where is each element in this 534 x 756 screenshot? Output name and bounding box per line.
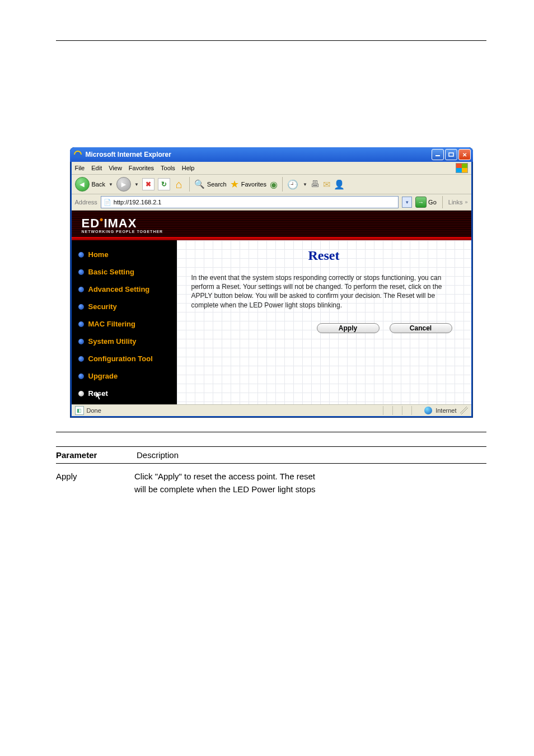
favorites-button[interactable]: ★ Favorites — [230, 178, 266, 190]
print-button[interactable]: 🖶 — [311, 179, 320, 189]
menu-favorites[interactable]: Favorites — [129, 165, 154, 171]
cell-parameter: Apply — [56, 470, 129, 496]
sidebar-item-label: Basic Setting — [88, 268, 134, 276]
media-button[interactable]: ◉ — [270, 179, 278, 190]
sidebar-item-label: MAC Filtering — [88, 320, 136, 328]
page-icon: 📄 — [104, 199, 111, 206]
status-text: Done — [87, 407, 101, 414]
ie-icon — [73, 150, 82, 159]
refresh-button[interactable]: ↻ — [158, 178, 170, 190]
close-button[interactable]: ✕ — [458, 149, 471, 160]
page-icon: ◧ — [75, 406, 84, 415]
chevron-down-icon: ▼ — [134, 182, 139, 187]
sidebar-item-configuration-tool[interactable]: Configuration Tool — [72, 350, 177, 367]
menu-bar: File Edit View Favorites Tools Help — [72, 162, 471, 175]
sidebar-nav: Home Basic Setting Advanced Setting Secu… — [72, 240, 177, 404]
search-button[interactable]: 🔍 Search — [194, 179, 227, 189]
window-title: Microsoft Internet Explorer — [86, 151, 171, 158]
apply-button[interactable]: Apply — [317, 323, 380, 333]
address-dropdown[interactable]: ▾ — [402, 197, 412, 208]
table-row: Apply Click "Apply" to reset the access … — [56, 467, 486, 499]
home-button[interactable]: ⌂ — [174, 179, 185, 190]
brand-header: ED•IMAX NETWORKING PEOPLE TOGETHER — [72, 211, 471, 237]
svg-rect-2 — [449, 153, 453, 156]
links-label: Links — [448, 199, 463, 206]
maximize-button[interactable] — [445, 149, 457, 160]
mail-button[interactable]: ✉ — [323, 179, 330, 190]
address-input[interactable]: 📄 http://192.168.2.1 — [101, 196, 399, 208]
search-label: Search — [207, 181, 227, 188]
main-panel: Reset In the event that the system stops… — [177, 240, 471, 404]
chevron-down-icon: ▼ — [109, 182, 113, 187]
col-description: Description — [131, 447, 486, 463]
table-header-row: Parameter Description — [56, 446, 486, 464]
menu-view[interactable]: View — [109, 165, 122, 171]
windows-flag-icon — [456, 163, 468, 173]
sidebar-item-system-utility[interactable]: System Utility — [72, 333, 177, 350]
page-content: ED•IMAX NETWORKING PEOPLE TOGETHER Home … — [72, 211, 471, 404]
stop-button[interactable]: ✖ — [142, 178, 154, 190]
back-button[interactable]: ◄ Back ▼ — [75, 177, 113, 192]
forward-icon: ► — [116, 177, 131, 192]
sidebar-item-label: Reset — [88, 389, 108, 398]
security-zone: Internet — [435, 407, 456, 414]
sidebar-item-upgrade[interactable]: Upgrade — [72, 367, 177, 385]
status-bar: ◧ Done Internet — [72, 404, 471, 416]
bullet-icon — [78, 356, 84, 362]
bullet-icon — [78, 339, 84, 344]
bullet-icon — [78, 374, 84, 379]
back-label: Back — [92, 181, 105, 188]
search-icon: 🔍 — [194, 179, 205, 189]
toolbar: ◄ Back ▼ ► ▼ ✖ ↻ ⌂ 🔍 Search ★ Fa — [72, 175, 471, 194]
sidebar-item-label: Home — [88, 250, 109, 259]
go-icon: → — [415, 197, 427, 208]
menu-edit[interactable]: Edit — [91, 165, 102, 171]
sidebar-item-label: Security — [88, 302, 117, 311]
bullet-icon — [78, 269, 84, 275]
sidebar-item-advanced-setting[interactable]: Advanced Setting — [72, 281, 177, 298]
rule — [56, 432, 486, 432]
menu-tools[interactable]: Tools — [161, 165, 175, 171]
links-button[interactable]: Links » — [448, 199, 468, 206]
refresh-icon: ↻ — [161, 180, 167, 188]
favorites-label: Favorites — [241, 181, 266, 188]
top-rule — [56, 40, 486, 41]
minimize-button[interactable] — [432, 149, 444, 160]
sidebar-item-label: Advanced Setting — [88, 285, 150, 293]
sidebar-item-basic-setting[interactable]: Basic Setting — [72, 263, 177, 281]
resize-grip-icon — [460, 407, 468, 414]
bullet-icon — [78, 287, 84, 292]
sidebar-item-label: System Utility — [88, 337, 137, 346]
sidebar-item-home[interactable]: Home — [72, 246, 177, 263]
messenger-button[interactable]: 👤 — [334, 179, 345, 190]
menu-help[interactable]: Help — [182, 165, 195, 171]
menu-file[interactable]: File — [75, 165, 85, 171]
doc-table: Parameter Description — [56, 446, 486, 464]
sidebar-item-mac-filtering[interactable]: MAC Filtering — [72, 315, 177, 333]
svg-rect-1 — [435, 155, 440, 156]
page-body-text: In the event that the system stops respo… — [191, 273, 457, 310]
home-icon: ⌂ — [176, 178, 182, 191]
globe-icon — [424, 407, 432, 414]
history-button[interactable]: 🕘 — [287, 179, 298, 190]
star-icon: ★ — [230, 178, 239, 190]
go-button[interactable]: → Go — [415, 197, 437, 208]
go-label: Go — [428, 199, 437, 206]
forward-button[interactable]: ► ▼ — [116, 177, 139, 192]
cancel-button[interactable]: Cancel — [390, 323, 452, 333]
cell-description: Click "Apply" to reset the access point.… — [129, 470, 486, 496]
col-parameter: Parameter — [56, 447, 131, 463]
stop-icon: ✖ — [146, 180, 151, 188]
page-heading: Reset — [191, 248, 457, 263]
address-bar: Address 📄 http://192.168.2.1 ▾ → Go Link… — [72, 194, 471, 211]
address-url: http://192.168.2.1 — [114, 199, 162, 206]
title-bar: Microsoft Internet Explorer ✕ — [70, 147, 473, 162]
browser-window: Microsoft Internet Explorer ✕ File Edit … — [70, 147, 473, 418]
sidebar-item-reset[interactable]: Reset — [72, 385, 177, 402]
chevron-down-icon: ▼ — [303, 182, 307, 187]
bullet-icon — [78, 304, 84, 310]
sidebar-item-security[interactable]: Security — [72, 298, 177, 315]
brand-tagline: NETWORKING PEOPLE TOGETHER — [82, 230, 461, 234]
brand-logo: ED•IMAX NETWORKING PEOPLE TOGETHER — [82, 216, 461, 234]
bullet-icon — [78, 391, 84, 396]
